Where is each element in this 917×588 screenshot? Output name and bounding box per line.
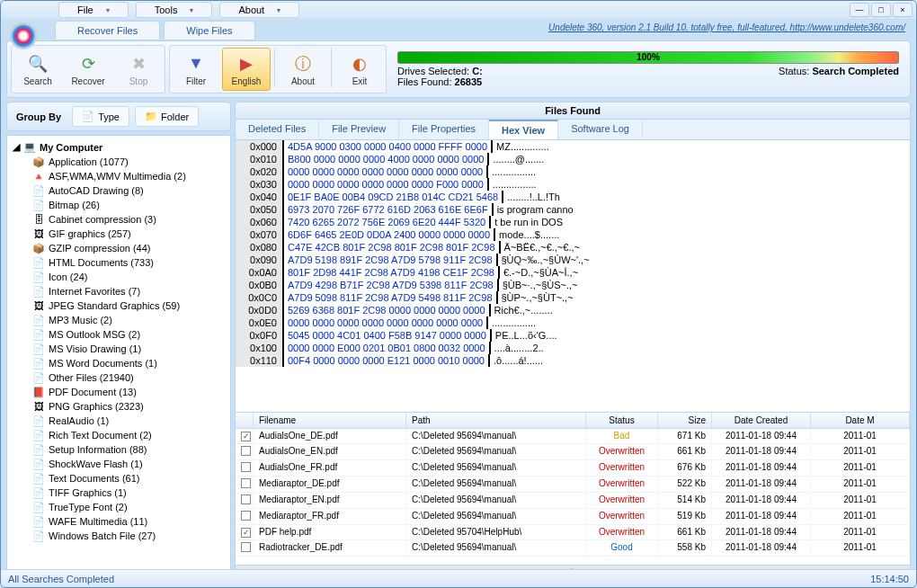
- tab-software-log[interactable]: Software Log: [558, 120, 643, 139]
- tree-item[interactable]: 📄TrueType Font (2): [11, 500, 227, 514]
- files-label: Files Found:: [397, 76, 452, 87]
- group-folder-button[interactable]: 📁Folder: [135, 106, 199, 127]
- tree-item[interactable]: 🔺ASF,WMA,WMV Multimedia (2): [11, 169, 227, 183]
- menu-tools[interactable]: Tools▾: [136, 2, 213, 18]
- tree-item[interactable]: 📄MS Outlook MSG (2): [11, 327, 227, 342]
- file-type-icon: 📄: [32, 530, 45, 542]
- file-type-icon: 🖼: [32, 400, 45, 413]
- hex-viewer[interactable]: 0x0004D5A 9000 0300 0000 0400 0000 FFFF …: [235, 139, 911, 413]
- row-checkbox[interactable]: [241, 446, 251, 456]
- row-checkbox[interactable]: ✓: [241, 432, 251, 441]
- menu-about[interactable]: About▾: [219, 2, 299, 18]
- tab-wipe-files[interactable]: Wipe Files: [164, 21, 254, 40]
- tree-item[interactable]: 📄Bitmap (26): [11, 198, 227, 212]
- file-row[interactable]: AudialsOne_EN.pdfC:\Deleted 95694\manual…: [236, 444, 910, 460]
- language-button[interactable]: ▶English: [222, 48, 271, 91]
- files-found-header: Files Found: [235, 102, 911, 120]
- file-list-grid[interactable]: Filename Path Status Size Date Created D…: [235, 413, 911, 566]
- tab-file-preview[interactable]: File Preview: [319, 120, 399, 139]
- tree-item[interactable]: 📄Icon (24): [11, 270, 227, 284]
- row-checkbox[interactable]: [241, 542, 251, 552]
- file-type-icon: 📄: [32, 357, 45, 370]
- row-checkbox[interactable]: ✓: [241, 528, 251, 538]
- exit-icon: ◐: [349, 53, 370, 75]
- tab-recover-files[interactable]: Recover Files: [55, 21, 160, 40]
- app-logo-icon: [10, 22, 37, 49]
- chevron-down-icon: ▾: [277, 6, 280, 14]
- recover-icon: ⟳: [77, 53, 99, 75]
- close-button[interactable]: ×: [893, 3, 913, 17]
- info-icon: ⓘ: [292, 53, 314, 75]
- tree-item[interactable]: 📕PDF Document (13): [11, 385, 227, 399]
- tree-item[interactable]: 📄Setup Information (88): [11, 442, 227, 457]
- chevron-down-icon: ▾: [190, 6, 193, 14]
- tab-file-properties[interactable]: File Properties: [399, 120, 489, 139]
- tree-item[interactable]: 📄Rich Text Document (2): [11, 428, 227, 442]
- file-type-icon: 📦: [32, 242, 45, 254]
- hex-row: 0x090A7D9 5198 891F 2C98 A7D9 5798 911F …: [236, 254, 910, 266]
- header-filename[interactable]: Filename: [254, 413, 406, 428]
- category-tree[interactable]: ◢💻My Computer 📦Application (1077)🔺ASF,WM…: [6, 135, 231, 578]
- product-link[interactable]: Undelete 360, version 2.1 Build 10, tota…: [548, 22, 905, 32]
- filter-button[interactable]: ▼Filter: [172, 48, 220, 91]
- header-status[interactable]: Status: [586, 413, 658, 428]
- tree-item[interactable]: 📄TIFF Graphics (1): [11, 486, 227, 500]
- header-date-modified[interactable]: Date M: [811, 413, 910, 428]
- hex-row: 0x11000F4 0000 0000 0000 E121 0000 0010 …: [236, 354, 910, 367]
- file-row[interactable]: AudialsOne_FR.pdfC:\Deleted 95694\manual…: [236, 460, 910, 477]
- menu-file[interactable]: File▾: [58, 2, 129, 18]
- exit-button[interactable]: ◐Exit: [335, 48, 384, 91]
- tree-item[interactable]: 📄RealAudio (1): [11, 414, 227, 428]
- file-row[interactable]: Radiotracker_DE.pdfC:\Deleted 95694\manu…: [236, 540, 910, 557]
- tree-item[interactable]: 📄Other Files (21940): [11, 370, 227, 385]
- tree-item[interactable]: 📄WAFE Multimedia (11): [11, 514, 227, 529]
- about-button[interactable]: ⓘAbout: [279, 48, 327, 91]
- tree-item[interactable]: 📄Internet Favorites (7): [11, 284, 227, 298]
- file-row[interactable]: ✓AudialsOne_DE.pdfC:\Deleted 95694\manua…: [236, 429, 910, 444]
- group-type-button[interactable]: 📄Type: [72, 106, 129, 127]
- file-row[interactable]: Mediaraptor_DE.pdfC:\Deleted 95694\manua…: [236, 477, 910, 493]
- row-checkbox[interactable]: [241, 478, 251, 488]
- tree-item[interactable]: 📄MS Word Documents (1): [11, 356, 227, 370]
- collapse-icon: ◢: [13, 141, 20, 153]
- file-type-icon: 📄: [32, 501, 45, 513]
- tree-item[interactable]: 📄MS Visio Drawing (1): [11, 342, 227, 356]
- computer-icon: 💻: [23, 141, 36, 153]
- tree-item[interactable]: 🗄Cabinet compression (3): [11, 212, 227, 227]
- file-type-icon: 📄: [32, 256, 45, 269]
- file-type-icon: 🗄: [32, 213, 45, 226]
- tree-item[interactable]: 📄MP3 Music (2): [11, 313, 227, 327]
- tree-item[interactable]: 📄AutoCAD Drawing (8): [11, 183, 227, 198]
- row-checkbox[interactable]: [241, 511, 251, 521]
- tab-hex-view[interactable]: Hex View: [489, 120, 558, 139]
- recover-button[interactable]: ⟳Recover: [64, 48, 112, 91]
- file-row[interactable]: Mediaraptor_FR.pdfC:\Deleted 95694\manua…: [236, 509, 910, 525]
- search-button[interactable]: 🔍Search: [13, 48, 62, 91]
- file-row[interactable]: ✓PDF help.pdfC:\Deleted 95704\HelpHub\Ov…: [236, 525, 910, 540]
- header-date-created[interactable]: Date Created: [712, 413, 811, 428]
- tree-item[interactable]: 📄Windows Batch File (27): [11, 529, 227, 543]
- maximize-button[interactable]: □: [871, 3, 891, 17]
- stop-button[interactable]: ✖Stop: [114, 48, 163, 91]
- header-size[interactable]: Size: [658, 413, 712, 428]
- tree-item[interactable]: 📦Application (1077): [11, 155, 227, 169]
- file-row[interactable]: Mediaraptor_EN.pdfC:\Deleted 95694\manua…: [236, 493, 910, 509]
- hex-row: 0x0506973 2070 726F 6772 616D 2063 616E …: [236, 203, 910, 216]
- tree-item[interactable]: 📦GZIP compression (44): [11, 241, 227, 255]
- filter-icon: ▼: [185, 53, 207, 75]
- tree-item[interactable]: 📄ShockWave Flash (1): [11, 457, 227, 471]
- tree-item[interactable]: 🖼GIF graphics (257): [11, 227, 227, 241]
- header-path[interactable]: Path: [406, 413, 586, 428]
- tree-item[interactable]: 📄Text Documents (61): [11, 471, 227, 486]
- row-checkbox[interactable]: [241, 494, 251, 504]
- tree-item[interactable]: 🖼JPEG Standard Graphics (59): [11, 298, 227, 313]
- tree-item[interactable]: 🖼PNG Graphics (2323): [11, 399, 227, 414]
- tree-item[interactable]: 📄HTML Documents (733): [11, 255, 227, 270]
- tree-root[interactable]: ◢💻My Computer: [11, 139, 227, 155]
- hex-row: 0x0B0A7D9 4298 B71F 2C98 A7D9 5398 811F …: [236, 279, 910, 291]
- row-checkbox[interactable]: [241, 462, 251, 472]
- tab-deleted-files[interactable]: Deleted Files: [236, 120, 319, 139]
- flag-icon: ▶: [236, 53, 257, 75]
- minimize-button[interactable]: —: [850, 3, 869, 17]
- file-type-icon: 📄: [32, 371, 45, 384]
